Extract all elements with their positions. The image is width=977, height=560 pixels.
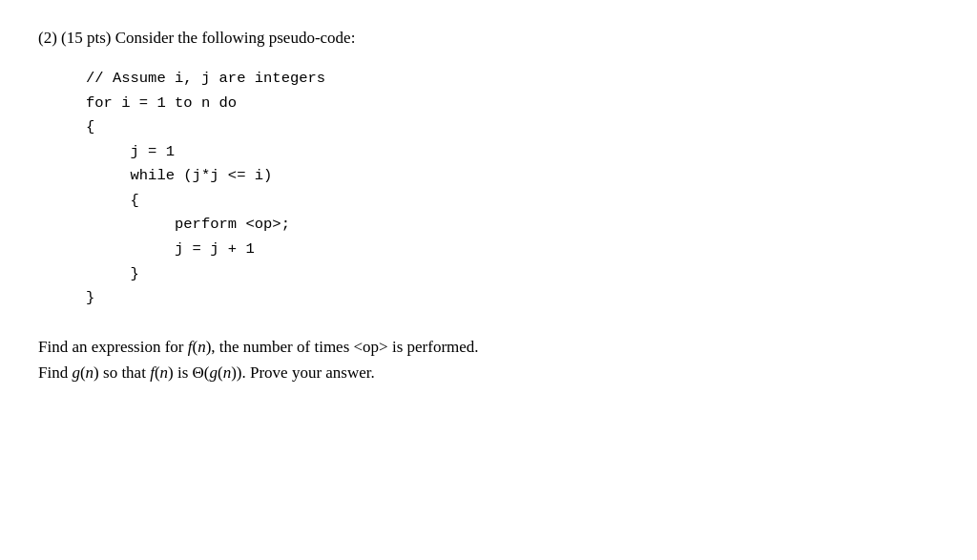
code-line-3: { xyxy=(86,115,939,140)
question-header: (2) (15 pts) Consider the following pseu… xyxy=(38,29,939,48)
code-line-1: // Assume i, j are integers xyxy=(86,67,939,92)
code-line-2: for i = 1 to n do xyxy=(86,92,939,116)
code-line-8: j = j + 1 xyxy=(86,238,939,262)
code-line-4: j = 1 xyxy=(86,140,939,165)
math-n1: n xyxy=(197,338,206,356)
code-line-9: } xyxy=(86,262,939,287)
footer-line-2: Find g(n) so that f(n) is Θ(g(n)). Prove… xyxy=(38,360,939,385)
footer-text: Find an expression for f(n), the number … xyxy=(38,334,939,385)
math-gn2: g xyxy=(210,363,218,382)
footer-line-1: Find an expression for f(n), the number … xyxy=(38,334,939,360)
question-container: (2) (15 pts) Consider the following pseu… xyxy=(38,29,939,385)
math-fn2: f xyxy=(150,363,155,382)
math-gn: g xyxy=(72,363,80,382)
math-n2: n xyxy=(86,363,94,382)
math-n3: n xyxy=(160,363,169,382)
code-line-6: { xyxy=(86,189,939,214)
math-n4: n xyxy=(223,363,232,382)
code-line-10: } xyxy=(86,286,939,311)
code-block: // Assume i, j are integers for i = 1 to… xyxy=(86,67,939,311)
code-line-7: perform <op>; xyxy=(86,213,939,238)
code-line-5: while (j*j <= i) xyxy=(86,164,939,189)
question-number: (2) (15 pts) Consider the following pseu… xyxy=(38,29,355,47)
math-fn: f xyxy=(188,338,193,356)
